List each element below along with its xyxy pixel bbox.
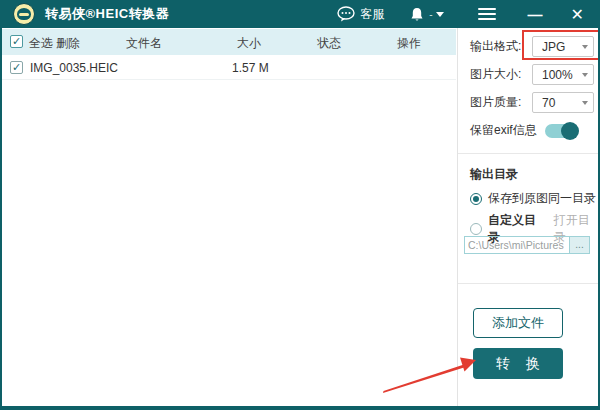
- add-files-button[interactable]: 添加文件: [473, 308, 563, 338]
- chevron-down-icon: [436, 12, 444, 17]
- customer-support-label: 客服: [360, 6, 384, 23]
- row-checkbox[interactable]: ✓: [10, 61, 23, 74]
- browse-button[interactable]: ...: [569, 237, 589, 253]
- output-path-box: C:\Users\mi\Pictures ...: [464, 236, 590, 254]
- app-logo-icon: [13, 3, 35, 25]
- image-quality-label: 图片质量:: [470, 94, 532, 111]
- output-dir-header: 输出目录: [470, 166, 518, 183]
- file-list-header: ✓ 全选 删除 文件名 大小 状态 操作: [2, 29, 456, 55]
- column-header-name: 文件名: [126, 35, 162, 52]
- output-format-select[interactable]: JPG: [532, 36, 594, 57]
- radio-unchecked-icon: [470, 223, 482, 235]
- same-dir-label: 保存到原图同一目录: [488, 190, 596, 207]
- keep-exif-toggle[interactable]: [545, 124, 577, 138]
- file-name: IMG_0035.HEIC: [30, 61, 118, 75]
- image-quality-row: 图片质量: 70: [470, 92, 594, 113]
- select-all-label[interactable]: 全选: [29, 35, 53, 52]
- output-path-input[interactable]: C:\Users\mi\Pictures: [465, 237, 569, 253]
- file-size: 1.57 M: [232, 61, 269, 75]
- column-header-status: 状态: [317, 35, 341, 52]
- chevron-down-icon: [582, 101, 588, 105]
- column-header-action: 操作: [397, 35, 421, 52]
- output-format-label: 输出格式:: [470, 38, 532, 55]
- convert-button[interactable]: 转 换: [473, 348, 563, 379]
- menu-button[interactable]: [478, 5, 496, 23]
- window-title: 转易侠®HEIC转换器: [45, 5, 169, 23]
- notifications-button[interactable]: -: [410, 7, 443, 22]
- keep-exif-row: 保留exif信息: [470, 122, 577, 139]
- keep-exif-label: 保留exif信息: [470, 122, 537, 139]
- image-quality-value: 70: [542, 96, 555, 110]
- column-header-size: 大小: [237, 35, 261, 52]
- radio-checked-icon: [470, 193, 482, 205]
- chevron-down-icon: [582, 45, 588, 49]
- divider: [458, 153, 600, 154]
- output-format-row: 输出格式: JPG: [470, 36, 594, 57]
- divider: [458, 283, 600, 284]
- app-window: 转易侠®HEIC转换器 客服 - —: [0, 0, 600, 410]
- image-size-select[interactable]: 100%: [532, 64, 594, 85]
- select-all-checkbox[interactable]: ✓: [10, 35, 23, 48]
- image-size-value: 100%: [542, 68, 573, 82]
- settings-panel: 输出格式: JPG 图片大小: 100% 图片质量: 70 保留exif信息: [458, 28, 600, 406]
- image-quality-select[interactable]: 70: [532, 92, 594, 113]
- file-list: ✓ 全选 删除 文件名 大小 状态 操作 ✓ IMG_0035.HEIC 1.5…: [2, 28, 456, 406]
- same-dir-option[interactable]: 保存到原图同一目录: [470, 190, 596, 207]
- output-format-value: JPG: [542, 40, 565, 54]
- customer-support-button[interactable]: 客服: [337, 6, 384, 23]
- chevron-down-icon: [582, 73, 588, 77]
- bell-icon: [410, 7, 424, 22]
- delete-button[interactable]: 删除: [56, 35, 80, 52]
- close-button[interactable]: ✕: [571, 5, 584, 24]
- minimize-button[interactable]: —: [528, 6, 543, 23]
- chat-bubble-icon: [337, 6, 355, 22]
- table-row[interactable]: ✓ IMG_0035.HEIC 1.57 M: [2, 55, 456, 80]
- image-size-row: 图片大小: 100%: [470, 64, 594, 85]
- title-bar: 转易侠®HEIC转换器 客服 - —: [0, 0, 600, 28]
- image-size-label: 图片大小:: [470, 66, 532, 83]
